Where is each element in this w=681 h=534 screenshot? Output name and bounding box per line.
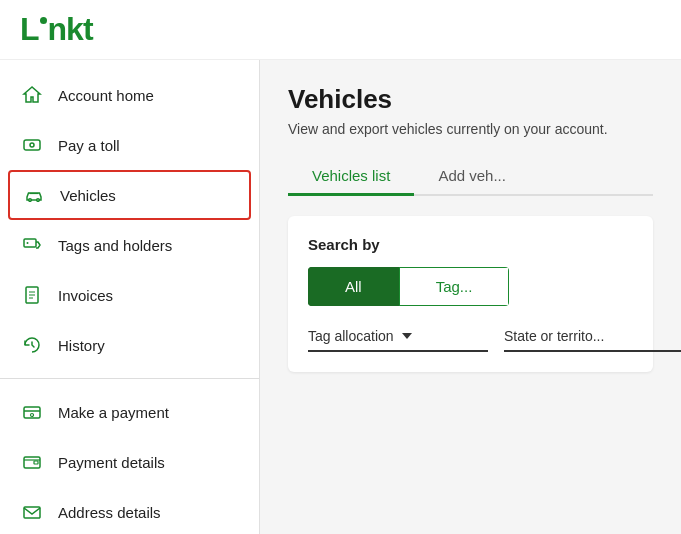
search-btn-all[interactable]: All xyxy=(308,267,399,306)
car-icon xyxy=(22,183,46,207)
sidebar-item-account-home[interactable]: Account home xyxy=(0,70,259,120)
sidebar-item-payment-details[interactable]: Payment details xyxy=(0,437,259,487)
chevron-down-icon xyxy=(402,333,412,339)
state-territory-label: State or territo... xyxy=(504,328,604,344)
sidebar-item-label: History xyxy=(58,337,105,354)
search-filters: Tag allocation State or territo... xyxy=(308,322,633,352)
sidebar-item-label: Tags and holders xyxy=(58,237,172,254)
tag-allocation-label: Tag allocation xyxy=(308,328,394,344)
svg-point-5 xyxy=(27,242,29,244)
page-title: Vehicles xyxy=(288,84,653,115)
main-layout: Account home Pay a toll Vehicles xyxy=(0,60,681,534)
payment-icon xyxy=(20,400,44,424)
sidebar-item-label: Vehicles xyxy=(60,187,116,204)
sidebar: Account home Pay a toll Vehicles xyxy=(0,60,260,534)
home-icon xyxy=(20,83,44,107)
mail-icon xyxy=(20,500,44,524)
sidebar-item-invoices[interactable]: Invoices xyxy=(0,270,259,320)
sidebar-item-make-a-payment[interactable]: Make a payment xyxy=(0,387,259,437)
wallet-icon xyxy=(20,450,44,474)
sidebar-item-label: Make a payment xyxy=(58,404,169,421)
sidebar-item-vehicles[interactable]: Vehicles xyxy=(8,170,251,220)
page-subtitle: View and export vehicles currently on yo… xyxy=(288,121,653,137)
toll-icon xyxy=(20,133,44,157)
search-type-buttons: All Tag... xyxy=(308,267,509,306)
tab-vehicles-list[interactable]: Vehicles list xyxy=(288,157,414,194)
tab-add-vehicle[interactable]: Add veh... xyxy=(414,157,530,194)
svg-point-1 xyxy=(30,143,34,147)
invoice-icon xyxy=(20,283,44,307)
svg-rect-4 xyxy=(24,239,36,247)
sidebar-item-history[interactable]: History xyxy=(0,320,259,370)
sidebar-item-label: Payment details xyxy=(58,454,165,471)
header: Lnkt xyxy=(0,0,681,60)
search-panel: Search by All Tag... Tag allocation Stat… xyxy=(288,216,653,372)
sidebar-divider xyxy=(0,378,259,379)
svg-rect-11 xyxy=(24,507,40,518)
sidebar-item-address-details[interactable]: Address details xyxy=(0,487,259,534)
tag-icon xyxy=(20,233,44,257)
sidebar-item-pay-a-toll[interactable]: Pay a toll xyxy=(0,120,259,170)
svg-rect-10 xyxy=(34,461,38,464)
logo: Lnkt xyxy=(20,11,93,48)
history-icon xyxy=(20,333,44,357)
tag-allocation-filter[interactable]: Tag allocation xyxy=(308,322,488,352)
content-area: Vehicles View and export vehicles curren… xyxy=(260,60,681,534)
tabs-bar: Vehicles list Add veh... xyxy=(288,157,653,196)
sidebar-item-tags-and-holders[interactable]: Tags and holders xyxy=(0,220,259,270)
svg-point-8 xyxy=(31,414,34,417)
sidebar-item-label: Invoices xyxy=(58,287,113,304)
search-by-label: Search by xyxy=(308,236,633,253)
sidebar-item-label: Address details xyxy=(58,504,161,521)
sidebar-item-label: Pay a toll xyxy=(58,137,120,154)
search-btn-tag[interactable]: Tag... xyxy=(399,267,510,306)
logo-text: Lnkt xyxy=(20,11,93,47)
sidebar-item-label: Account home xyxy=(58,87,154,104)
svg-rect-0 xyxy=(24,140,40,150)
state-territory-filter[interactable]: State or territo... xyxy=(504,322,681,352)
